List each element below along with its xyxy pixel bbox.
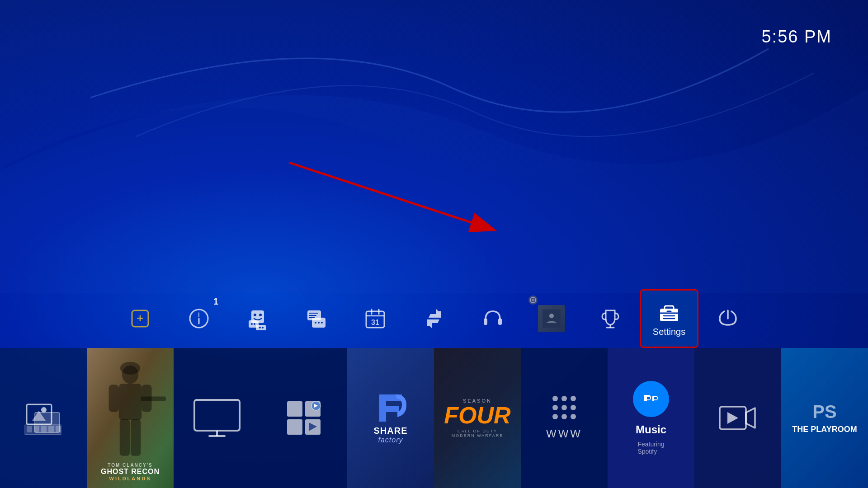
nav-item-power[interactable] (698, 289, 757, 348)
trophy-icon (599, 307, 622, 330)
svg-rect-76 (654, 397, 657, 399)
shelf-item-music[interactable]: Music FeaturingSpotify (608, 348, 694, 488)
shelf-item-photos[interactable] (0, 348, 87, 488)
nav-item-trophies[interactable] (581, 289, 640, 348)
shelf-item-playroom[interactable]: PS THE PLAYROOM (781, 348, 868, 488)
cod-content: SEASON FOUR CALL OF DUTYMODERN WARFARE (439, 348, 515, 488)
svg-point-7 (259, 314, 262, 316)
svg-point-17 (318, 322, 320, 324)
svg-point-57 (120, 362, 140, 375)
svg-rect-61 (120, 419, 130, 456)
svg-rect-58 (119, 384, 142, 420)
svg-rect-51 (34, 426, 39, 432)
info-icon: i (187, 307, 211, 330)
settings-icon (657, 300, 681, 324)
shelf-item-share-factory[interactable]: SHARE factory (347, 348, 434, 488)
svg-rect-50 (27, 426, 32, 432)
game-activity-overlay (528, 296, 538, 305)
svg-rect-63 (141, 397, 166, 401)
nav-bar: + 1 i (0, 289, 868, 348)
tv-icon (192, 398, 242, 438)
svg-point-10 (251, 323, 253, 325)
svg-rect-62 (131, 419, 141, 456)
svg-rect-54 (56, 426, 61, 432)
svg-rect-64 (194, 400, 240, 431)
photos-icon-wrap (0, 348, 87, 488)
messages-icon (305, 307, 328, 330)
nav-item-ps-plus[interactable]: + (111, 289, 170, 348)
share-factory-sub-text: factory (378, 436, 403, 444)
svg-point-16 (315, 322, 316, 324)
svg-point-6 (254, 314, 256, 316)
svg-rect-52 (41, 426, 47, 432)
svg-rect-59 (109, 385, 119, 412)
nav-item-events[interactable]: 31 (346, 289, 405, 348)
svg-point-13 (262, 327, 264, 328)
nav-item-whats-new[interactable]: 1 i (170, 289, 228, 348)
video-icon (717, 400, 758, 436)
nav-item-feedback[interactable] (405, 289, 463, 348)
game-icon (538, 305, 565, 332)
shelf-item-browser[interactable]: WWW (521, 348, 608, 488)
headset-icon (481, 307, 505, 330)
svg-rect-27 (484, 319, 487, 325)
nav-item-headset[interactable] (463, 289, 522, 348)
ps-music-icon (633, 381, 669, 417)
shelf-item-tv[interactable] (174, 348, 260, 488)
www-dots (552, 396, 576, 419)
windows-icon (283, 398, 324, 438)
svg-point-12 (259, 327, 261, 328)
shelf-item-cod[interactable]: SEASON FOUR CALL OF DUTYMODERN WARFARE (434, 348, 521, 488)
svg-rect-67 (287, 401, 302, 417)
svg-point-18 (321, 322, 323, 324)
svg-rect-53 (48, 426, 54, 432)
svg-rect-32 (542, 310, 561, 328)
share-factory-logo: SHARE factory (363, 348, 418, 488)
svg-marker-78 (727, 412, 738, 424)
music-label: Music (636, 423, 666, 436)
shelf-item-apps[interactable] (260, 348, 347, 488)
nav-item-friends[interactable] (228, 289, 287, 348)
svg-rect-37 (665, 306, 674, 310)
svg-text:i: i (198, 311, 200, 318)
nav-item-messages[interactable] (287, 289, 346, 348)
power-icon (716, 307, 740, 330)
share-factory-share-text: SHARE (373, 426, 407, 436)
feedback-icon (422, 307, 446, 330)
shelf-item-video[interactable] (694, 348, 781, 488)
browser-content: WWW (546, 348, 582, 488)
svg-text:+: + (137, 311, 143, 325)
nav-item-game-activity[interactable] (522, 289, 581, 348)
playroom-label: THE PLAYROOM (792, 425, 857, 434)
ps-plus-icon: + (128, 307, 152, 330)
ghost-recon-thumbnail: TOM CLANCY'S GHOST RECON WILDLANDS (87, 348, 174, 488)
svg-text:31: 31 (371, 319, 379, 326)
playroom-content: PS THE PLAYROOM (788, 348, 861, 488)
nav-item-settings[interactable]: Settings (640, 289, 698, 348)
svg-text:PS: PS (812, 402, 836, 422)
www-label: WWW (546, 427, 582, 440)
svg-point-47 (41, 407, 47, 413)
shelf-item-ghost-recon[interactable]: TOM CLANCY'S GHOST RECON WILDLANDS (87, 348, 174, 488)
app-shelf: TOM CLANCY'S GHOST RECON WILDLANDS (0, 348, 868, 488)
spotify-label: FeaturingSpotify (637, 441, 664, 455)
music-content: Music FeaturingSpotify (633, 348, 669, 488)
svg-rect-69 (287, 419, 302, 435)
ghost-recon-title: TOM CLANCY'S GHOST RECON WILDLANDS (89, 463, 171, 481)
svg-point-11 (254, 323, 255, 325)
whats-new-badge: 1 (213, 296, 218, 307)
svg-rect-75 (647, 397, 650, 399)
svg-rect-28 (498, 319, 502, 325)
events-icon: 31 (363, 307, 387, 330)
settings-label: Settings (653, 327, 685, 337)
friends-icon (246, 307, 269, 330)
time-display: 5:56 PM (761, 27, 832, 47)
svg-point-33 (549, 314, 554, 318)
svg-point-74 (640, 388, 662, 410)
